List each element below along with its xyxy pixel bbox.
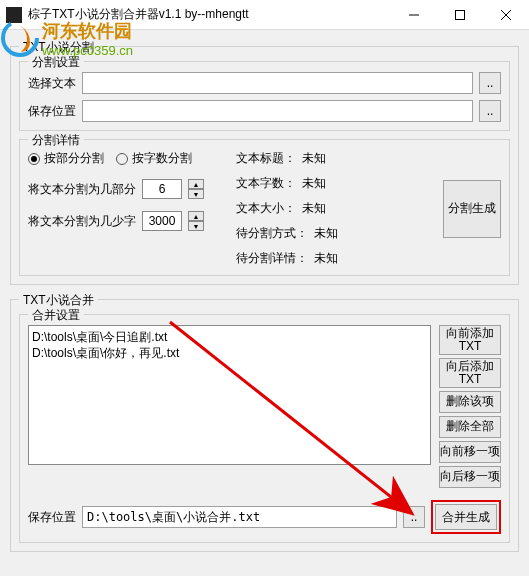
split-details-legend: 分割详情 — [28, 132, 84, 149]
info-chars-label: 文本字数： — [236, 175, 296, 192]
titlebar: 棕子TXT小说分割合并器v1.1 by--mhengtt — [0, 0, 529, 30]
chars-spinner[interactable]: ▲▼ — [188, 211, 204, 231]
add-back-button[interactable]: 向后添加TXT — [439, 358, 501, 388]
maximize-button[interactable] — [437, 0, 483, 30]
split-groupbox: TXT小说分割 分割设置 选择文本 .. 保存位置 .. 分割详情 — [10, 46, 519, 285]
app-icon — [6, 7, 22, 23]
split-settings-groupbox: 分割设置 选择文本 .. 保存位置 .. — [19, 61, 510, 131]
merge-save-label: 保存位置 — [28, 509, 76, 526]
highlight-box: 合并生成 — [431, 500, 501, 534]
info-method-val: 未知 — [314, 225, 338, 242]
delete-all-button[interactable]: 删除全部 — [439, 416, 501, 438]
window-title: 棕子TXT小说分割合并器v1.1 by--mhengtt — [28, 6, 249, 23]
split-details-groupbox: 分割详情 按部分分割 按字数分割 将文本分割为几部分 — [19, 139, 510, 276]
info-chars-val: 未知 — [302, 175, 326, 192]
merge-generate-button[interactable]: 合并生成 — [435, 504, 497, 530]
merge-file-listbox[interactable]: D:\tools\桌面\今日追剧.txtD:\tools\桌面\你好，再见.tx… — [28, 325, 431, 465]
delete-item-button[interactable]: 删除该项 — [439, 391, 501, 413]
radio-icon — [28, 153, 40, 165]
merge-settings-legend: 合并设置 — [28, 307, 84, 324]
radio-by-chars-label: 按字数分割 — [132, 150, 192, 167]
split-generate-button[interactable]: 分割生成 — [443, 180, 501, 238]
merge-browse-button[interactable]: .. — [403, 506, 425, 528]
select-text-input[interactable] — [82, 72, 473, 94]
save-loc-label: 保存位置 — [28, 103, 76, 120]
info-detail-label: 待分割详情： — [236, 250, 308, 267]
select-text-label: 选择文本 — [28, 75, 76, 92]
add-front-button[interactable]: 向前添加TXT — [439, 325, 501, 355]
browse-text-button[interactable]: .. — [479, 72, 501, 94]
merge-save-input[interactable] — [82, 506, 397, 528]
parts-spinner[interactable]: ▲▼ — [188, 179, 204, 199]
save-loc-input[interactable] — [82, 100, 473, 122]
info-size-val: 未知 — [302, 200, 326, 217]
chars-input[interactable]: 3000 — [142, 211, 182, 231]
radio-by-chars[interactable]: 按字数分割 — [116, 150, 192, 167]
list-item[interactable]: D:\tools\桌面\你好，再见.txt — [32, 345, 427, 361]
parts-input[interactable]: 6 — [142, 179, 182, 199]
svg-rect-1 — [456, 10, 465, 19]
move-down-button[interactable]: 向后移一项 — [439, 466, 501, 488]
radio-by-part[interactable]: 按部分分割 — [28, 150, 104, 167]
close-button[interactable] — [483, 0, 529, 30]
merge-settings-groupbox: 合并设置 D:\tools\桌面\今日追剧.txtD:\tools\桌面\你好，… — [19, 314, 510, 543]
merge-groupbox: TXT小说合并 合并设置 D:\tools\桌面\今日追剧.txtD:\tool… — [10, 299, 519, 552]
info-detail-val: 未知 — [314, 250, 338, 267]
chars-label: 将文本分割为几少字 — [28, 213, 136, 230]
info-size-label: 文本大小： — [236, 200, 296, 217]
move-up-button[interactable]: 向前移一项 — [439, 441, 501, 463]
list-item[interactable]: D:\tools\桌面\今日追剧.txt — [32, 329, 427, 345]
radio-by-part-label: 按部分分割 — [44, 150, 104, 167]
minimize-button[interactable] — [391, 0, 437, 30]
info-title-val: 未知 — [302, 150, 326, 167]
info-title-label: 文本标题： — [236, 150, 296, 167]
parts-label: 将文本分割为几部分 — [28, 181, 136, 198]
radio-icon — [116, 153, 128, 165]
browse-save-button[interactable]: .. — [479, 100, 501, 122]
split-settings-legend: 分割设置 — [28, 54, 84, 71]
info-method-label: 待分割方式： — [236, 225, 308, 242]
